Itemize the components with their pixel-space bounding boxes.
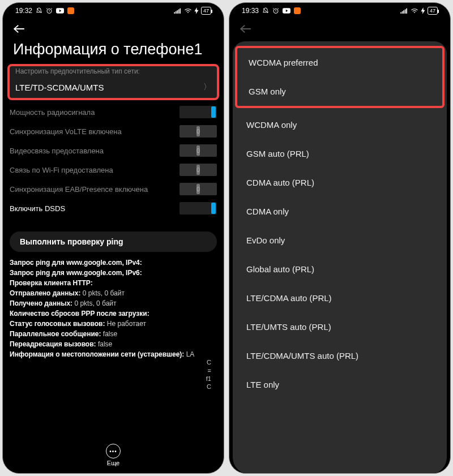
- charging-icon: [194, 7, 199, 14]
- network-option[interactable]: Global auto (PRL): [233, 255, 447, 284]
- dnd-icon: [262, 7, 269, 14]
- network-option[interactable]: CDMA only: [233, 197, 447, 226]
- svg-rect-3: [174, 12, 175, 14]
- status-bar: 19:33 47: [229, 3, 450, 19]
- info-line: Проверка клиента HTTP:: [10, 278, 217, 288]
- battery-indicator: 47: [201, 7, 211, 15]
- phone-left: 19:32 47 Информация о телефоне1 Настроит…: [2, 2, 224, 474]
- more-label: Еще: [107, 460, 119, 466]
- setting-label: Связь по Wi-Fi предоставлена: [10, 166, 175, 175]
- setting-row[interactable]: Мощность радиосигнала: [10, 102, 217, 122]
- info-line: Запрос ping для www.google.com, IPv6:: [10, 268, 217, 278]
- youtube-icon: [283, 8, 290, 14]
- setting-label: Мощность радиосигнала: [10, 108, 175, 117]
- highlighted-options: WCDMA preferredGSM only: [235, 46, 445, 108]
- setting-row[interactable]: Связь по Wi-Fi предоставлена0: [10, 160, 217, 179]
- svg-rect-12: [402, 11, 403, 14]
- charging-icon: [421, 7, 425, 14]
- network-option[interactable]: LTE/UMTS auto (PRL): [233, 312, 447, 341]
- tail-text: C=f1C: [3, 358, 224, 391]
- svg-rect-11: [400, 12, 401, 14]
- svg-rect-10: [294, 7, 301, 14]
- network-option[interactable]: CDMA auto (PRL): [233, 168, 447, 197]
- setting-label: Синхронизация VoLTE включена: [10, 127, 175, 136]
- toggle[interactable]: [180, 106, 217, 118]
- toggle[interactable]: 0: [180, 125, 217, 138]
- dnd-icon: [36, 7, 42, 14]
- setting-label: Синхронизация EAB/Presence включена: [10, 185, 175, 194]
- info-line: Отправлено данных: 0 pkts, 0 байт: [10, 288, 217, 298]
- svg-rect-4: [176, 11, 177, 14]
- network-option[interactable]: GSM auto (PRL): [233, 139, 447, 168]
- phone-right: 19:33 47 WCDMA preferredGSM only WCDMA o…: [229, 2, 451, 474]
- page-title: Информация о телефоне1: [3, 37, 224, 64]
- network-option[interactable]: LTE only: [233, 370, 447, 399]
- toggle[interactable]: 0: [180, 144, 217, 157]
- more-button[interactable]: •••: [106, 444, 121, 458]
- svg-rect-14: [405, 10, 406, 14]
- network-options-sheet: WCDMA preferredGSM only WCDMA onlyGSM au…: [233, 41, 447, 474]
- setting-row[interactable]: Видеосвязь предоставлена0: [10, 141, 217, 160]
- info-line: Параллельное сообщение: false: [10, 329, 217, 339]
- info-line: Переадресация вызовов: false: [10, 339, 217, 349]
- signal-icon: [400, 8, 408, 14]
- back-button[interactable]: [229, 19, 450, 37]
- battery-indicator: 47: [428, 7, 438, 15]
- status-time: 19:33: [242, 7, 259, 15]
- network-option[interactable]: WCDMA preferred: [237, 48, 442, 77]
- network-option[interactable]: LTE/CDMA/UMTS auto (PRL): [233, 341, 447, 370]
- network-type-highlight: Настроить предпочтительный тип сети: LTE…: [7, 64, 219, 100]
- app-icon: [67, 7, 74, 14]
- wifi-icon: [411, 8, 418, 14]
- toggle[interactable]: [180, 202, 217, 215]
- setting-row[interactable]: Включить DSDS: [10, 199, 217, 218]
- info-line: Получено данных: 0 pkts, 0 байт: [10, 298, 217, 308]
- settings-list: Мощность радиосигналаСинхронизация VoLTE…: [3, 100, 224, 221]
- network-type-value: LTE/TD-SCDMA/UMTS: [15, 83, 104, 92]
- info-line: Количество сбросов PPP после загрузки:: [10, 308, 217, 319]
- back-button[interactable]: [3, 19, 224, 37]
- network-option[interactable]: GSM only: [237, 77, 442, 106]
- svg-rect-5: [177, 10, 178, 14]
- status-time: 19:32: [15, 7, 32, 15]
- status-bar: 19:32 47: [3, 3, 224, 19]
- setting-label: Видеосвязь предоставлена: [10, 147, 175, 156]
- network-option[interactable]: WCDMA only: [233, 110, 447, 139]
- toggle[interactable]: 0: [180, 183, 217, 195]
- toggle[interactable]: 0: [180, 164, 217, 176]
- bottom-bar: ••• Еще: [3, 439, 224, 473]
- info-block: Запрос ping для www.google.com, IPv4:Зап…: [3, 258, 224, 359]
- app-icon: [294, 7, 301, 14]
- alarm-icon: [46, 7, 53, 14]
- network-type-row[interactable]: LTE/TD-SCDMA/UMTS 〉: [10, 78, 217, 97]
- ping-button[interactable]: Выполнить проверку ping: [10, 231, 217, 252]
- youtube-icon: [56, 8, 64, 14]
- svg-rect-15: [406, 8, 407, 14]
- svg-rect-13: [403, 10, 404, 14]
- network-option[interactable]: EvDo only: [233, 226, 447, 255]
- svg-rect-6: [178, 10, 180, 14]
- info-line: Статус голосовых вызовов: Не работает: [10, 319, 217, 329]
- svg-rect-7: [180, 8, 181, 14]
- svg-rect-2: [67, 7, 74, 14]
- wifi-icon: [184, 8, 192, 14]
- setting-label: Включить DSDS: [10, 204, 175, 213]
- alarm-icon: [272, 7, 279, 14]
- signal-icon: [174, 8, 182, 14]
- network-option[interactable]: LTE/CDMA auto (PRL): [233, 284, 447, 312]
- info-line: Запрос ping для www.google.com, IPv4:: [10, 258, 217, 268]
- setting-row[interactable]: Синхронизация EAB/Presence включена0: [10, 179, 217, 199]
- chevron-right-icon: 〉: [203, 82, 211, 92]
- network-type-label: Настроить предпочтительный тип сети:: [10, 67, 217, 78]
- setting-row[interactable]: Синхронизация VoLTE включена0: [10, 122, 217, 141]
